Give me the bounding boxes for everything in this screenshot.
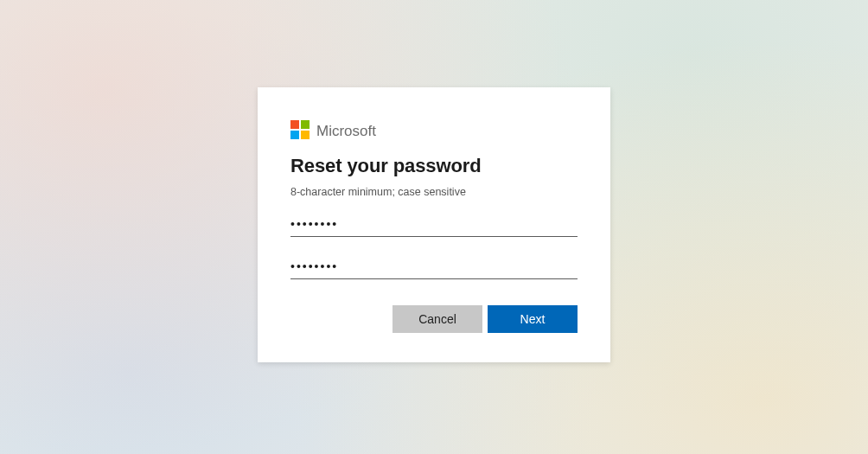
next-button[interactable]: Next — [488, 305, 578, 333]
svg-rect-2 — [290, 131, 299, 139]
cancel-button[interactable]: Cancel — [393, 305, 482, 333]
svg-rect-1 — [301, 120, 310, 129]
reset-password-dialog: Microsoft Reset your password 8-characte… — [258, 87, 610, 362]
confirm-password-field[interactable] — [290, 254, 578, 279]
new-password-field[interactable] — [290, 212, 578, 237]
button-row: Cancel Next — [290, 305, 578, 333]
password-hint: 8-character minimum; case sensitive — [290, 186, 578, 198]
brand-row: Microsoft — [290, 120, 578, 143]
page-title: Reset your password — [290, 155, 578, 177]
microsoft-logo-icon — [290, 120, 310, 143]
svg-rect-0 — [290, 120, 299, 129]
brand-name: Microsoft — [316, 123, 376, 140]
svg-rect-3 — [301, 131, 310, 139]
